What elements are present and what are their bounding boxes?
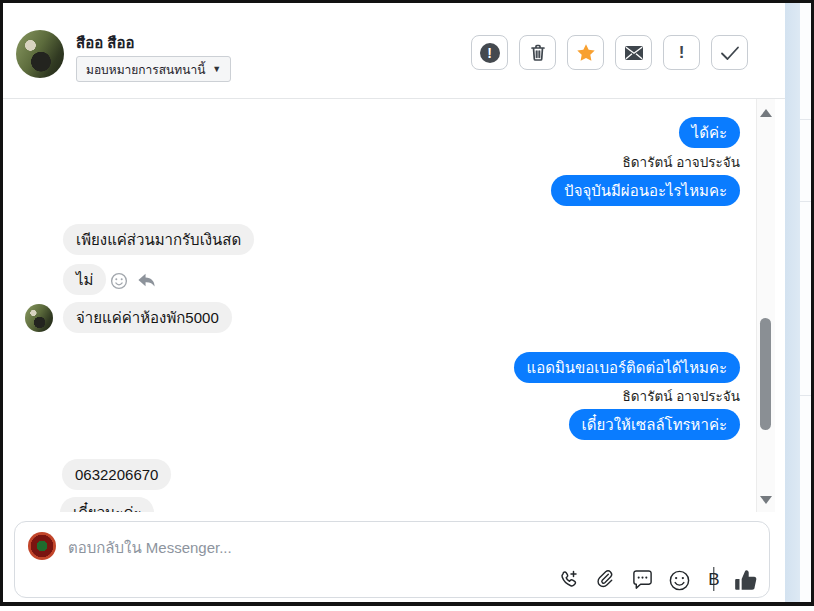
reply-input[interactable] bbox=[66, 531, 490, 563]
saved-replies-icon bbox=[631, 569, 654, 591]
adjacent-panel-edge bbox=[800, 3, 811, 602]
sender-avatar bbox=[25, 304, 53, 332]
message-bubble-outgoing[interactable]: เดี๋ยวให้เซลล์โทรหาค่ะ bbox=[569, 409, 740, 440]
message-bubble-outgoing[interactable]: แอดมินขอเบอร์ติดต่อได้ไหมคะ bbox=[514, 352, 740, 383]
chat-scrollbar-thumb[interactable] bbox=[760, 318, 771, 430]
assign-conversation-dropdown[interactable]: มอบหมายการสนทนานี้ ▼ bbox=[76, 56, 231, 82]
trash-icon bbox=[529, 43, 547, 62]
emoji-icon bbox=[668, 569, 691, 592]
contact-avatar[interactable] bbox=[16, 30, 64, 78]
divider bbox=[800, 201, 811, 202]
star-icon bbox=[575, 42, 597, 64]
message-bubble-incoming[interactable]: 0632206670 bbox=[62, 459, 171, 490]
window-edge-strip bbox=[785, 3, 800, 602]
report-spam-button[interactable]: ! bbox=[471, 35, 508, 70]
scroll-up-arrow[interactable] bbox=[760, 109, 772, 117]
divider bbox=[800, 119, 811, 120]
assign-conversation-label: มอบหมายการสนทนานี้ bbox=[86, 60, 205, 79]
saved-replies-button[interactable] bbox=[630, 568, 654, 592]
delete-button[interactable] bbox=[519, 35, 556, 70]
mark-unread-envelope-icon bbox=[624, 45, 644, 61]
mark-done-button[interactable] bbox=[711, 35, 748, 70]
message-bubble-incoming[interactable]: ไม่ bbox=[63, 264, 106, 295]
chevron-down-icon: ▼ bbox=[212, 64, 221, 74]
sender-name-label: ธิดารัตน์ อาจประจัน bbox=[623, 385, 740, 407]
mark-done-check-icon bbox=[720, 45, 740, 61]
message-bubble-outgoing[interactable]: ได้ค่ะ bbox=[679, 117, 740, 148]
message-bubble-incoming[interactable]: จ่ายแค่ค่าห้องพัก5000 bbox=[63, 302, 232, 333]
add-call-button[interactable] bbox=[556, 568, 580, 592]
follow-up-star-button[interactable] bbox=[567, 35, 604, 70]
message-bubble-incoming[interactable]: เพียงแค่ส่วนมากรับเงินสด bbox=[63, 224, 254, 255]
send-like-button[interactable] bbox=[732, 566, 760, 594]
divider bbox=[800, 395, 811, 396]
react-smiley-icon[interactable] bbox=[110, 272, 128, 290]
mark-important-button[interactable]: ! bbox=[663, 35, 700, 70]
partially-scrolled-message[interactable]: เดี๋ยวนะค่ะ bbox=[60, 497, 170, 512]
messenger-inbox-window: สืออ สืออ มอบหมายการสนทนานี้ ▼ ! ! ได้ค่… bbox=[0, 0, 814, 611]
window-border bbox=[0, 0, 814, 3]
payment-baht-icon: B bbox=[708, 570, 719, 590]
mark-unread-button[interactable] bbox=[615, 35, 652, 70]
attach-file-button[interactable] bbox=[593, 568, 617, 592]
mark-important-icon: ! bbox=[679, 43, 685, 63]
scroll-down-arrow[interactable] bbox=[760, 496, 772, 504]
chat-scrollbar-track[interactable] bbox=[756, 99, 775, 512]
report-circle-icon: ! bbox=[480, 43, 500, 63]
reply-arrow-icon[interactable] bbox=[136, 271, 157, 290]
message-hover-actions bbox=[110, 271, 157, 290]
window-border bbox=[0, 0, 3, 606]
add-call-icon bbox=[556, 568, 580, 592]
contact-name: สืออ สืออ bbox=[76, 31, 135, 55]
message-bubble-incoming[interactable]: เดี๋ยวนะค่ะ bbox=[60, 497, 154, 512]
header-divider bbox=[3, 98, 785, 99]
attachment-icon bbox=[594, 568, 616, 592]
sender-name-label: ธิดารัตน์ อาจประจัน bbox=[623, 151, 740, 173]
payment-button[interactable]: B bbox=[702, 568, 726, 592]
page-avatar bbox=[28, 532, 56, 560]
window-border bbox=[0, 602, 814, 606]
like-thumb-icon bbox=[733, 567, 759, 593]
emoji-button[interactable] bbox=[667, 568, 691, 592]
message-bubble-outgoing[interactable]: ปัจจุบันมีผ่อนอะไรไหมคะ bbox=[551, 175, 740, 206]
